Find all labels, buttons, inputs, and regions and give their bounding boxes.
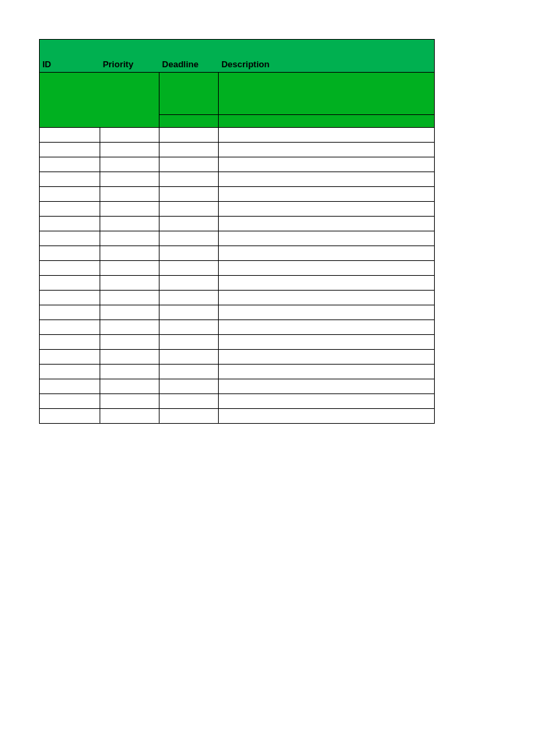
cell-priority[interactable]: [100, 187, 159, 202]
cell-description[interactable]: [219, 335, 435, 350]
cell-deadline[interactable]: [159, 143, 219, 157]
table-row[interactable]: [40, 261, 435, 276]
cell-deadline[interactable]: [159, 187, 219, 202]
cell-deadline[interactable]: [159, 261, 219, 276]
table-row[interactable]: [40, 157, 435, 172]
cell-priority[interactable]: [100, 143, 159, 157]
cell-id[interactable]: [40, 143, 100, 157]
cell-description[interactable]: [219, 305, 435, 320]
cell-id[interactable]: [40, 335, 100, 350]
cell-deadline[interactable]: [159, 305, 219, 320]
cell-description[interactable]: [219, 291, 435, 305]
table-row[interactable]: [40, 276, 435, 291]
cell-description[interactable]: [219, 379, 435, 394]
cell-description[interactable]: [219, 261, 435, 276]
cell-description[interactable]: [219, 394, 435, 409]
cell-deadline[interactable]: [159, 128, 219, 143]
cell-description[interactable]: [219, 217, 435, 231]
cell-priority[interactable]: [100, 379, 159, 394]
cell-deadline[interactable]: [159, 172, 219, 187]
cell-priority[interactable]: [100, 128, 159, 143]
cell-id[interactable]: [40, 187, 100, 202]
table-row[interactable]: [40, 409, 435, 424]
cell-id[interactable]: [40, 157, 100, 172]
cell-id[interactable]: [40, 128, 100, 143]
cell-id[interactable]: [40, 365, 100, 379]
cell-priority[interactable]: [100, 261, 159, 276]
cell-priority[interactable]: [100, 335, 159, 350]
cell-deadline[interactable]: [159, 157, 219, 172]
cell-priority[interactable]: [100, 394, 159, 409]
cell-deadline[interactable]: [159, 246, 219, 261]
table-row[interactable]: [40, 143, 435, 157]
cell-description[interactable]: [219, 172, 435, 187]
cell-deadline[interactable]: [159, 379, 219, 394]
cell-deadline[interactable]: [159, 409, 219, 424]
cell-deadline[interactable]: [159, 291, 219, 305]
cell-id[interactable]: [40, 379, 100, 394]
cell-id[interactable]: [40, 217, 100, 231]
table-row[interactable]: [40, 379, 435, 394]
cell-deadline[interactable]: [159, 350, 219, 365]
table-row[interactable]: [40, 305, 435, 320]
table-row[interactable]: [40, 335, 435, 350]
cell-deadline[interactable]: [159, 394, 219, 409]
cell-deadline[interactable]: [159, 335, 219, 350]
cell-priority[interactable]: [100, 409, 159, 424]
table-row[interactable]: [40, 128, 435, 143]
cell-description[interactable]: [219, 128, 435, 143]
cell-description[interactable]: [219, 231, 435, 246]
table-row[interactable]: [40, 202, 435, 217]
cell-priority[interactable]: [100, 350, 159, 365]
cell-description[interactable]: [219, 350, 435, 365]
cell-description[interactable]: [219, 320, 435, 335]
table-row[interactable]: [40, 320, 435, 335]
cell-priority[interactable]: [100, 217, 159, 231]
cell-priority[interactable]: [100, 202, 159, 217]
table-row[interactable]: [40, 350, 435, 365]
cell-priority[interactable]: [100, 276, 159, 291]
cell-id[interactable]: [40, 320, 100, 335]
cell-id[interactable]: [40, 231, 100, 246]
cell-description[interactable]: [219, 246, 435, 261]
table-row[interactable]: [40, 291, 435, 305]
cell-description[interactable]: [219, 276, 435, 291]
cell-priority[interactable]: [100, 320, 159, 335]
cell-description[interactable]: [219, 187, 435, 202]
cell-id[interactable]: [40, 261, 100, 276]
table-row[interactable]: [40, 217, 435, 231]
cell-description[interactable]: [219, 157, 435, 172]
table-row[interactable]: [40, 394, 435, 409]
cell-description[interactable]: [219, 143, 435, 157]
table-row[interactable]: [40, 246, 435, 261]
cell-deadline[interactable]: [159, 217, 219, 231]
cell-id[interactable]: [40, 246, 100, 261]
cell-id[interactable]: [40, 305, 100, 320]
cell-description[interactable]: [219, 409, 435, 424]
cell-id[interactable]: [40, 350, 100, 365]
cell-deadline[interactable]: [159, 365, 219, 379]
cell-id[interactable]: [40, 291, 100, 305]
cell-id[interactable]: [40, 172, 100, 187]
cell-deadline[interactable]: [159, 231, 219, 246]
cell-priority[interactable]: [100, 305, 159, 320]
cell-id[interactable]: [40, 409, 100, 424]
table-row[interactable]: [40, 365, 435, 379]
cell-id[interactable]: [40, 394, 100, 409]
table-row[interactable]: [40, 172, 435, 187]
cell-deadline[interactable]: [159, 320, 219, 335]
cell-priority[interactable]: [100, 246, 159, 261]
cell-deadline[interactable]: [159, 276, 219, 291]
cell-id[interactable]: [40, 276, 100, 291]
cell-description[interactable]: [219, 365, 435, 379]
table-row[interactable]: [40, 187, 435, 202]
cell-priority[interactable]: [100, 365, 159, 379]
cell-priority[interactable]: [100, 157, 159, 172]
cell-priority[interactable]: [100, 291, 159, 305]
table-row[interactable]: [40, 231, 435, 246]
cell-priority[interactable]: [100, 231, 159, 246]
cell-description[interactable]: [219, 202, 435, 217]
cell-deadline[interactable]: [159, 202, 219, 217]
cell-id[interactable]: [40, 202, 100, 217]
cell-priority[interactable]: [100, 172, 159, 187]
